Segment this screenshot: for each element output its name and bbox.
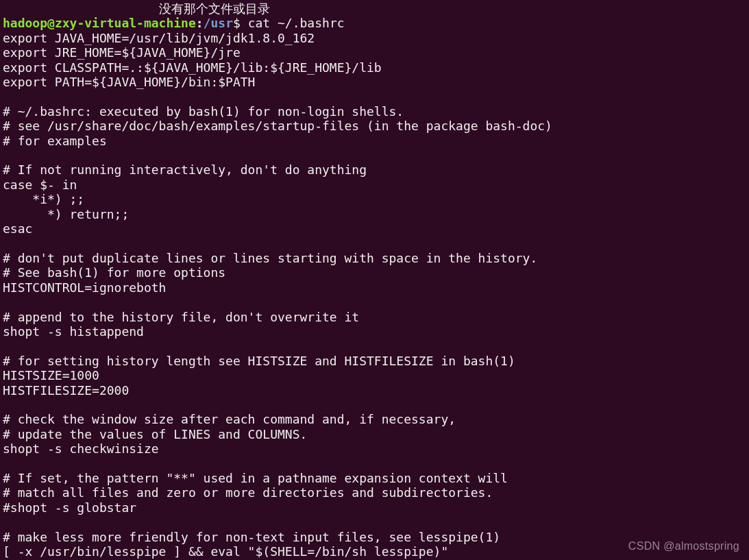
output-line: [ -x /usr/bin/lesspipe ] && eval "$(SHEL… [3, 544, 448, 559]
prompt-user: hadoop [3, 16, 47, 30]
output-line: *) return;; [3, 207, 129, 221]
output-line: shopt -s checkwinsize [3, 441, 159, 456]
output-line: *i*) ;; [3, 192, 84, 206]
prompt-host: zxy-virtual-machine [55, 16, 196, 30]
output-line: # for setting history length see HISTSIZ… [3, 354, 515, 368]
output-line: #shopt -s globstar [3, 500, 136, 515]
output-line: # ~/.bashrc: executed by bash(1) for non… [3, 104, 404, 119]
output-line: export JAVA_HOME=/usr/lib/jvm/jdk1.8.0_1… [3, 31, 315, 45]
output-line: # check the window size after each comma… [3, 412, 456, 426]
output-line: # match all files and zero or more direc… [3, 485, 493, 500]
output-line: export PATH=${JAVA_HOME}/bin:$PATH [3, 75, 255, 89]
command-text: cat ~/.bashrc [248, 16, 345, 30]
output-line: export JRE_HOME=${JAVA_HOME}/jre [3, 45, 241, 60]
output-line: # make less more friendly for non-text i… [3, 530, 500, 544]
output-line: HISTCONTROL=ignoreboth [3, 280, 166, 295]
prompt-dollar: $ [233, 16, 248, 30]
output-line: # append to the history file, don't over… [3, 310, 359, 324]
output-line: HISTSIZE=1000 [3, 368, 99, 382]
output-line: # update the values of LINES and COLUMNS… [3, 427, 307, 441]
prompt-path: /usr [204, 16, 233, 30]
output-line: # If not running interactively, don't do… [3, 162, 367, 177]
prompt-colon: : [196, 16, 204, 30]
output-line: export CLASSPATH=.:${JAVA_HOME}/lib:${JR… [3, 60, 382, 75]
output-line: # See bash(1) for more options [3, 265, 225, 280]
output-line: # don't put duplicate lines or lines sta… [3, 251, 537, 265]
output-line: # If set, the pattern "**" used in a pat… [3, 471, 508, 485]
output-line: shopt -s histappend [3, 324, 144, 339]
terminal-output[interactable]: 没有那个文件或目录 hadoop@zxy-virtual-machine:/us… [0, 0, 749, 560]
output-line: # see /usr/share/doc/bash/examples/start… [3, 119, 552, 133]
output-line: # for examples [3, 134, 107, 148]
prev-output-fragment: 没有那个文件或目录 [3, 1, 270, 16]
output-line: HISTFILESIZE=2000 [3, 383, 129, 398]
prompt-at: @ [47, 16, 55, 30]
output-line: case $- in [3, 178, 77, 192]
output-line: esac [3, 221, 32, 236]
